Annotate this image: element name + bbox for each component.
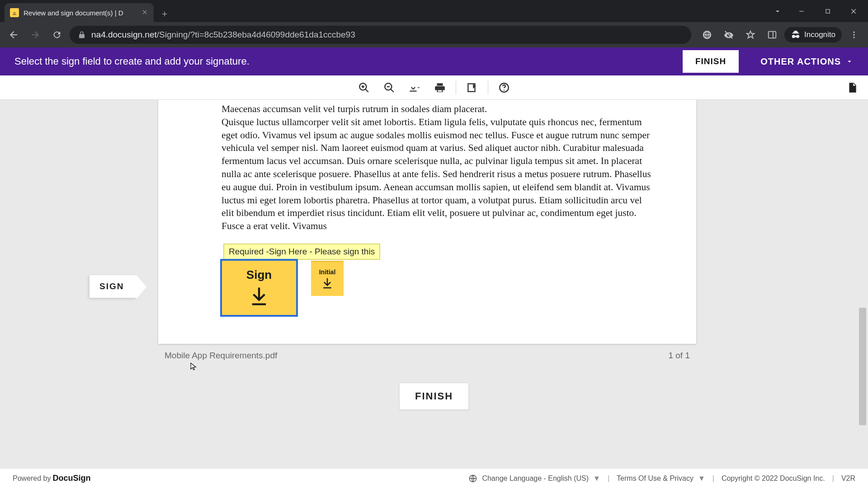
tab-title: Review and sign document(s) | D (24, 9, 137, 17)
mouse-cursor-icon (189, 361, 198, 372)
window-close-button[interactable] (841, 2, 867, 20)
url-text: na4.docusign.net/Signing/?ti=8c5b238eba4… (91, 30, 355, 40)
side-panel-icon[interactable] (763, 26, 782, 44)
docusign-footer: Powered by DocuSign Change Language - En… (0, 468, 868, 488)
window-maximize-button[interactable] (815, 2, 841, 20)
page-indicator: 1 of 1 (668, 351, 690, 361)
document-toolbar (0, 75, 868, 100)
terms-link[interactable]: Terms Of Use & Privacy (617, 474, 693, 483)
svg-line-9 (365, 89, 368, 92)
forward-button[interactable] (26, 26, 44, 44)
chevron-down-icon: ▼ (593, 474, 600, 483)
favicon-icon (10, 8, 19, 17)
sign-field-tooltip: Required -Sign Here - Please sign this (223, 244, 380, 260)
incognito-eye-icon[interactable] (719, 26, 738, 44)
svg-rect-1 (826, 9, 830, 13)
browser-nav-bar: na4.docusign.net/Signing/?ti=8c5b238eba4… (0, 22, 868, 47)
vertical-scrollbar[interactable] (859, 100, 867, 468)
document-body-text: Maecenas accumsan velit vel turpis rutru… (222, 103, 651, 233)
incognito-icon (791, 30, 801, 40)
scrollbar-thumb[interactable] (859, 308, 866, 425)
initial-field-label: Initial (319, 268, 336, 276)
tabs-dropdown-icon[interactable] (767, 2, 788, 20)
powered-by-label: Powered by (13, 474, 51, 483)
svg-point-7 (853, 37, 854, 38)
help-button[interactable] (492, 78, 516, 98)
document-file-name: Mobile App Requirements.pdf (165, 351, 277, 361)
document-page: Maecenas accumsan velit vel turpis rutru… (158, 100, 696, 344)
document-panel-toggle[interactable] (844, 80, 860, 95)
address-bar[interactable]: na4.docusign.net/Signing/?ti=8c5b238eba4… (70, 26, 691, 44)
page-meta-row: Mobile App Requirements.pdf 1 of 1 (165, 351, 690, 361)
translate-icon[interactable] (698, 26, 717, 44)
initial-field[interactable]: Initial (311, 261, 344, 296)
initial-arrow-icon (321, 277, 334, 290)
svg-line-13 (391, 89, 394, 92)
svg-rect-3 (769, 32, 776, 38)
active-tab[interactable]: Review and sign document(s) | D (5, 3, 154, 22)
download-button[interactable] (402, 78, 427, 98)
svg-rect-0 (799, 11, 803, 11)
bookmark-star-icon[interactable] (741, 26, 760, 44)
copyright-text: Copyright © 2022 DocuSign Inc. (722, 474, 825, 483)
sign-arrow-icon (247, 285, 271, 308)
new-tab-button[interactable] (156, 6, 173, 22)
incognito-indicator[interactable]: Incognito (784, 27, 842, 42)
docusign-action-bar: Select the sign field to create and add … (0, 47, 868, 75)
finish-button-bottom[interactable]: FINISH (399, 383, 469, 410)
back-button[interactable] (5, 26, 23, 44)
chevron-down-icon: ▼ (698, 474, 705, 483)
docusign-brand: DocuSign (53, 474, 91, 483)
zoom-in-button[interactable] (352, 78, 376, 98)
assign-button[interactable] (460, 78, 484, 98)
browser-tab-strip: Review and sign document(s) | D (0, 0, 868, 22)
finish-button[interactable]: FINISH (683, 50, 739, 73)
sign-field-label: Sign (246, 268, 272, 282)
lock-icon (78, 31, 86, 39)
svg-point-6 (853, 34, 854, 35)
other-actions-dropdown[interactable]: OTHER ACTIONS (748, 56, 854, 67)
print-button[interactable] (428, 78, 452, 98)
close-tab-icon[interactable] (142, 9, 148, 17)
toolbar-separator (456, 81, 456, 94)
chevron-down-icon (845, 57, 854, 66)
svg-point-17 (504, 89, 505, 90)
reload-button[interactable] (48, 26, 66, 44)
incognito-label: Incognito (804, 30, 835, 39)
sign-field[interactable]: Sign (220, 259, 298, 317)
other-actions-label: OTHER ACTIONS (760, 56, 841, 67)
instruction-text: Select the sign field to create and add … (14, 56, 250, 67)
toolbar-separator (488, 81, 488, 94)
window-minimize-button[interactable] (788, 2, 815, 20)
svg-point-5 (853, 32, 854, 33)
globe-icon (468, 474, 477, 483)
sign-here-flag[interactable]: SIGN (90, 275, 137, 298)
zoom-out-button[interactable] (377, 78, 401, 98)
document-canvas[interactable]: SIGN Maecenas accumsan velit vel turpis … (0, 100, 868, 468)
chevron-down-icon (415, 84, 422, 91)
version-text: V2R (841, 474, 855, 483)
browser-menu-icon[interactable] (844, 26, 863, 44)
change-language-link[interactable]: Change Language - English (US) (482, 474, 589, 483)
